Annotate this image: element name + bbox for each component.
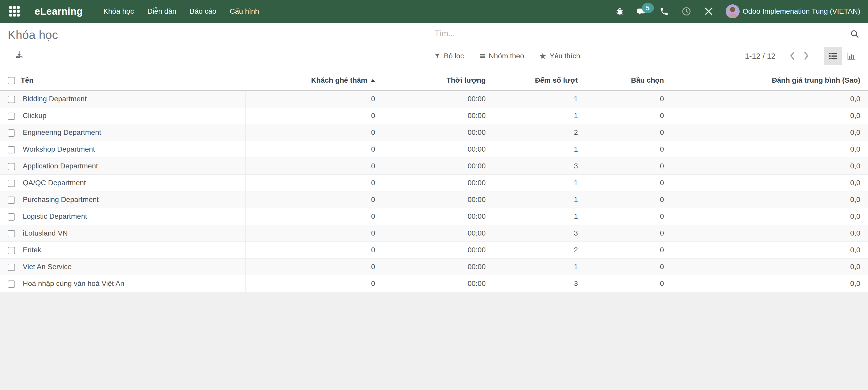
row-checkbox-cell [0,259,21,275]
select-all-checkbox[interactable] [8,77,15,84]
row-checkbox[interactable] [8,264,15,271]
pager-previous-button[interactable] [788,52,796,61]
row-checkbox[interactable] [8,112,15,120]
column-header-duration[interactable]: Thời lượng [379,70,490,91]
views-count-cell: 3 [490,158,582,174]
column-header-name[interactable]: Tên [21,70,245,91]
row-checkbox-cell [0,225,21,242]
filters-button[interactable]: Bộ lọc [434,52,464,60]
table-row[interactable]: Workshop Department 0 00:00 1 0 0,0 [0,141,868,158]
messages-count-badge: 5 [642,3,654,13]
rating-cell: 0,0 [668,141,868,158]
table-row[interactable]: Bidding Department 0 00:00 1 0 0,0 [0,91,868,107]
user-name: Odoo Implemenation Tung (VIETAN) [743,7,860,15]
row-checkbox[interactable] [8,213,15,221]
course-name-cell: Entek [21,242,245,259]
votes-cell: 0 [582,141,668,158]
rating-cell: 0,0 [668,208,868,225]
chevron-left-icon [788,52,796,60]
row-checkbox-cell [0,174,21,191]
row-checkbox[interactable] [8,281,15,288]
table-row[interactable]: Application Department 0 00:00 3 0 0,0 [0,158,868,174]
menu-item-forum[interactable]: Diễn đàn [147,7,176,15]
table-row[interactable]: Logistic Department 0 00:00 1 0 0,0 [0,208,868,225]
favorites-button[interactable]: ★ Yêu thích [539,52,580,60]
apps-grid-icon[interactable] [9,6,20,17]
list-view-button[interactable] [824,47,842,65]
row-checkbox-cell [0,158,21,174]
visitors-cell: 0 [245,158,379,174]
table-row[interactable]: Hoà nhập cùng văn hoá Việt An 0 00:00 3 … [0,275,868,292]
tools-icon[interactable] [704,6,714,17]
graph-view-button[interactable] [842,47,860,65]
rating-cell: 0,0 [668,275,868,292]
votes-cell: 0 [582,208,668,225]
row-checkbox[interactable] [8,197,15,204]
row-checkbox[interactable] [8,247,15,254]
main-menu: Khóa học Diễn đàn Báo cáo Cấu hình [103,7,259,15]
table-header-row: Tên Khách ghé thăm Thời lượng Đếm số lượ… [0,70,868,91]
votes-cell: 0 [582,107,668,124]
row-checkbox[interactable] [8,146,15,154]
courses-table: Tên Khách ghé thăm Thời lượng Đếm số lượ… [0,70,868,292]
bug-icon[interactable] [615,6,625,17]
duration-cell: 00:00 [379,107,490,124]
duration-cell: 00:00 [379,124,490,141]
row-checkbox-cell [0,275,21,292]
visitors-cell: 0 [245,107,379,124]
control-panel: Khóa học Bộ lọc Nhóm theo ★ [0,23,868,70]
table-row[interactable]: iLotusland VN 0 00:00 3 0 0,0 [0,225,868,242]
course-name-cell: Workshop Department [21,141,245,158]
course-name-cell: Engineering Department [21,124,245,141]
row-checkbox-cell [0,107,21,124]
column-header-votes[interactable]: Bầu chọn [582,70,668,91]
menu-item-courses[interactable]: Khóa học [103,7,134,15]
rating-cell: 0,0 [668,158,868,174]
table-row[interactable]: QA/QC Department 0 00:00 1 0 0,0 [0,174,868,191]
table-row[interactable]: Viet An Service 0 00:00 1 0 0,0 [0,259,868,275]
table-row[interactable]: Entek 0 00:00 2 0 0,0 [0,242,868,259]
votes-cell: 0 [582,259,668,275]
user-menu[interactable]: Odoo Implemenation Tung (VIETAN) [726,4,860,18]
column-header-views[interactable]: Đếm số lượt [490,70,582,91]
list-view-icon [828,51,838,61]
activities-clock-icon[interactable] [681,6,691,17]
row-checkbox[interactable] [8,230,15,237]
pager-range[interactable]: 1-12 / 12 [745,52,776,60]
row-checkbox[interactable] [8,129,15,137]
column-header-visitors[interactable]: Khách ghé thăm [245,70,379,91]
row-checkbox[interactable] [8,163,15,170]
star-icon: ★ [539,52,547,60]
table-row[interactable]: Clickup 0 00:00 1 0 0,0 [0,107,868,124]
duration-cell: 00:00 [379,259,490,275]
search-bar [434,23,860,42]
table-row[interactable]: Purchasing Department 0 00:00 1 0 0,0 [0,191,868,208]
row-checkbox[interactable] [8,96,15,103]
menu-item-config[interactable]: Cấu hình [230,7,259,15]
search-button[interactable] [850,29,860,42]
view-switcher [824,47,860,65]
visitors-cell: 0 [245,208,379,225]
course-name-cell: Bidding Department [21,91,245,107]
search-input[interactable] [434,29,850,42]
row-checkbox-cell [0,208,21,225]
rating-cell: 0,0 [668,174,868,191]
group-by-button[interactable]: Nhóm theo [479,52,524,60]
messages-icon[interactable]: 5 [637,6,647,17]
views-count-cell: 3 [490,225,582,242]
menu-item-reports[interactable]: Báo cáo [190,7,216,15]
views-count-cell: 1 [490,141,582,158]
views-count-cell: 2 [490,124,582,141]
row-checkbox-cell [0,242,21,259]
page-title: Khóa học [8,28,434,42]
votes-cell: 0 [582,174,668,191]
phone-icon[interactable] [659,6,669,17]
course-name-cell: Purchasing Department [21,191,245,208]
table-row[interactable]: Engineering Department 0 00:00 2 0 0,0 [0,124,868,141]
navbar-systray: 5 Odoo Implemenation Tung (VIETAN) [615,4,860,18]
export-button[interactable] [14,50,24,60]
row-checkbox[interactable] [8,180,15,187]
rating-cell: 0,0 [668,124,868,141]
pager-next-button[interactable] [803,52,810,61]
column-header-rating[interactable]: Đánh giá trung bình (Sao) [668,70,868,91]
